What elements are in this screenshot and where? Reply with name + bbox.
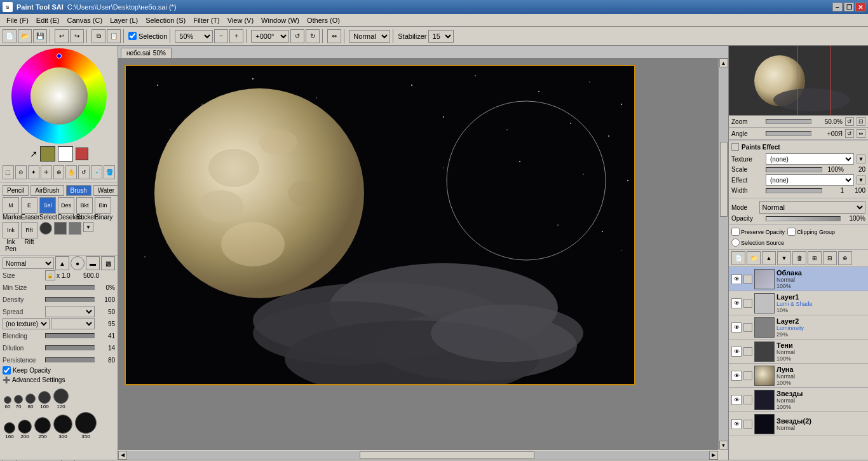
shape-round-btn[interactable]: ●: [71, 256, 85, 270]
scroll-down-btn[interactable]: ▼: [719, 441, 728, 450]
water-tab[interactable]: Water: [93, 185, 118, 196]
brush-size-120[interactable]: [53, 389, 69, 404]
brush-size-350[interactable]: [75, 412, 97, 434]
layer-eye-oblaka[interactable]: 👁: [731, 274, 742, 284]
minsize-slider[interactable]: [45, 285, 95, 290]
layer-lock-luna[interactable]: [743, 371, 752, 380]
move-tool[interactable]: ✛: [41, 165, 52, 179]
mode-select[interactable]: Normal: [349, 30, 390, 43]
angle-reset-btn[interactable]: ↺: [845, 129, 854, 138]
h-scrollbar[interactable]: ◀ ▶: [118, 450, 718, 460]
marker-btn[interactable]: M: [3, 197, 19, 214]
color-wheel-container[interactable]: [11, 48, 107, 144]
layer-item-zvezdy[interactable]: 👁 Звезды Normal 100%: [729, 388, 868, 412]
magic-wand-tool[interactable]: ✦: [28, 165, 39, 179]
menu-layer[interactable]: Layer (L): [106, 15, 142, 25]
brush-size-70[interactable]: [14, 395, 23, 404]
brush-shape-2[interactable]: [54, 222, 67, 235]
inkpen-btn[interactable]: Ink: [3, 222, 19, 238]
menu-edit[interactable]: Edit (E): [32, 15, 64, 25]
menu-file[interactable]: File (F): [3, 15, 32, 25]
stabilizer-select[interactable]: 15: [428, 30, 454, 43]
keep-opacity-checkbox[interactable]: [3, 366, 11, 375]
shape-triangle-btn[interactable]: ▲: [55, 256, 69, 270]
airbrush-tab[interactable]: AirBrush: [31, 185, 64, 196]
foreground-color[interactable]: [40, 146, 55, 162]
layer-item-oblaka[interactable]: 👁 Облака Normal 100%: [729, 267, 868, 291]
brush-size-60[interactable]: [4, 396, 11, 404]
brush-size-300[interactable]: [53, 415, 72, 434]
menu-filter[interactable]: Filter (T): [189, 15, 224, 25]
h-scroll-track[interactable]: [127, 451, 709, 460]
new-folder-btn[interactable]: 📁: [747, 251, 761, 265]
angle-track[interactable]: [766, 131, 811, 136]
selection-rect-tool[interactable]: ⬚: [3, 165, 14, 179]
deselect-btn[interactable]: Des: [58, 197, 74, 214]
zoom-tool[interactable]: ⊕: [53, 165, 65, 179]
brush-shape-3[interactable]: [69, 222, 81, 235]
h-scroll-thumb[interactable]: [360, 451, 534, 459]
color-picker-inner[interactable]: [31, 67, 88, 125]
shape-custom-btn[interactable]: ▩: [101, 256, 115, 270]
layer-lock-layer1[interactable]: [743, 299, 752, 308]
menu-canvas[interactable]: Canvas (C): [64, 15, 107, 25]
rift-btn[interactable]: Rft: [21, 222, 37, 238]
layer-eye-zvezdy[interactable]: 👁: [731, 395, 742, 405]
new-layer-btn[interactable]: 📄: [731, 251, 745, 265]
layer-item-luna[interactable]: 👁 Луна Normal 100%: [729, 364, 868, 388]
scroll-up-btn[interactable]: ▲: [719, 58, 728, 67]
canvas-area[interactable]: небо.sai 50%: [118, 46, 728, 460]
layer-mode-select[interactable]: Normal: [759, 201, 865, 214]
preserve-opacity-checkbox[interactable]: [731, 228, 740, 236]
layer-up-btn[interactable]: ▲: [762, 251, 776, 265]
swap-colors-icon[interactable]: ↗: [30, 149, 37, 159]
layer-eye-teni[interactable]: 👁: [731, 347, 742, 357]
color-wheel[interactable]: [11, 48, 107, 144]
layer-eye-layer1[interactable]: 👁: [731, 298, 742, 308]
layer-extra-btn[interactable]: ⊕: [838, 251, 852, 265]
zoom-track[interactable]: [766, 119, 811, 124]
close-button[interactable]: ✕: [855, 3, 865, 11]
pencil-tab[interactable]: Pencil: [3, 185, 29, 196]
brush-size-100[interactable]: [38, 391, 51, 404]
shape-flat-btn[interactable]: ▬: [86, 256, 100, 270]
zoom-reset-btn[interactable]: ↺: [845, 117, 854, 126]
restore-button[interactable]: ❐: [844, 3, 854, 11]
layer-merge-btn[interactable]: ⊞: [808, 251, 822, 265]
toolbar-paste[interactable]: 📋: [107, 29, 121, 43]
zoom-select[interactable]: 50%100%25%: [175, 30, 213, 43]
toolbar-open[interactable]: 📂: [18, 29, 32, 43]
texture-effect-select[interactable]: (none): [766, 153, 854, 165]
toolbar-save[interactable]: 💾: [33, 29, 47, 43]
eraser-btn[interactable]: E: [21, 197, 37, 214]
toolbar-copy[interactable]: ⧉: [92, 29, 105, 43]
layer-item-layer2[interactable]: 👁 Layer2 Luminosity 29%: [729, 315, 868, 340]
paints-checkbox[interactable]: [731, 143, 739, 151]
layer-eye-luna[interactable]: 👁: [731, 371, 742, 381]
layers-list[interactable]: 👁 Облака Normal 100% 👁 Layer1 Lumi & Sha…: [729, 267, 868, 460]
layer-lock-teni[interactable]: [743, 347, 752, 356]
layer-flatten-btn[interactable]: ⊟: [823, 251, 837, 265]
menu-selection[interactable]: Selection (S): [142, 15, 189, 25]
selection-lasso-tool[interactable]: ⊙: [15, 165, 27, 179]
v-scroll-track[interactable]: [719, 67, 728, 441]
dilution-slider[interactable]: [45, 345, 95, 350]
texture-select2[interactable]: [51, 318, 95, 329]
clipping-group-checkbox[interactable]: [787, 228, 796, 236]
scroll-right-btn[interactable]: ▶: [709, 451, 718, 460]
width-slider[interactable]: [766, 188, 822, 193]
toolbar-redo[interactable]: ↪: [70, 29, 84, 43]
selection-checkbox[interactable]: [128, 32, 137, 40]
bucket-btn[interactable]: Bkt: [76, 197, 93, 214]
scroll-left-btn[interactable]: ◀: [118, 451, 127, 460]
alt-color[interactable]: [76, 148, 88, 160]
layer-lock-zvezdy2[interactable]: [743, 420, 752, 429]
fill-tool[interactable]: 🪣: [104, 165, 115, 179]
menu-others[interactable]: Others (O): [303, 15, 344, 25]
canvas-tab-file[interactable]: небо.sai 50%: [121, 48, 172, 58]
texture-select[interactable]: (no texture): [3, 318, 50, 329]
layer-lock-layer2[interactable]: [743, 323, 752, 332]
effect-dropdown-btn[interactable]: ▼: [857, 175, 865, 184]
brushshape-expand[interactable]: ▼: [83, 222, 93, 232]
background-color[interactable]: [58, 146, 73, 162]
